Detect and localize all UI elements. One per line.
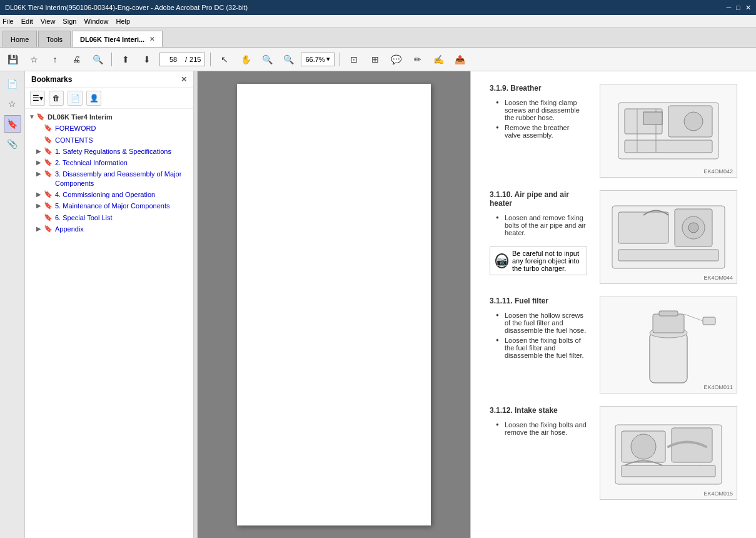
intake-image-label: EK4OM015: [703, 490, 733, 497]
bookmarks-tree: ▼ 🔖 DL06K Tier4 Interim 🔖 FOREWORD 🔖 CON…: [25, 109, 193, 538]
bookmarks-toolbar: ☰▾ 🗑 📄 👤: [25, 88, 193, 109]
zoom-dropdown-icon[interactable]: ▾: [326, 55, 330, 63]
bm-specialtools[interactable]: 🔖 6. Special Tool List: [25, 212, 193, 223]
intake-diagram: [606, 412, 731, 494]
bm-appendix-icon: 🔖: [44, 225, 53, 233]
next-page-btn[interactable]: ⬇: [138, 51, 156, 68]
page-number-input[interactable]: 58: [164, 56, 183, 63]
menu-help[interactable]: Help: [116, 18, 131, 25]
expand-foreword-icon: [36, 124, 44, 131]
bm-root-icon: 🔖: [36, 113, 45, 121]
bm-commissioning-icon: 🔖: [44, 190, 53, 198]
breather-bullet-1: Loosen the fixing clamp screws and disas…: [496, 98, 587, 123]
bm-new-btn[interactable]: 📄: [68, 91, 83, 106]
bm-appendix[interactable]: ▶ 🔖 Appendix: [25, 223, 193, 235]
svg-point-12: [688, 223, 698, 233]
bm-contents[interactable]: 🔖 CONTENTS: [25, 134, 193, 146]
breather-diagram: [606, 90, 731, 171]
bm-commissioning[interactable]: ▶ 🔖 4. Commissioning and Operation: [25, 189, 193, 200]
bookmarks-panel: Bookmarks ✕ ☰▾ 🗑 📄 👤 ▼ 🔖 DL06K Tier4 Int…: [25, 71, 194, 538]
bm-options-btn[interactable]: ☰▾: [30, 91, 45, 106]
zoom-in-btn[interactable]: 🔍: [280, 51, 297, 68]
tab-home[interactable]: Home: [3, 31, 37, 47]
menu-sign[interactable]: Sign: [63, 18, 76, 25]
fuelfilter-diagram: [606, 302, 731, 389]
side-icon-page[interactable]: 📄: [4, 75, 21, 93]
bm-disassembly-icon: 🔖: [44, 170, 53, 178]
zoom-control[interactable]: 66.7% ▾: [301, 53, 334, 66]
bm-techinfo[interactable]: ▶ 🔖 2. Technical Information: [25, 157, 193, 168]
side-icon-bookmark[interactable]: 🔖: [4, 115, 21, 133]
prev-page-btn[interactable]: ⬆: [117, 51, 134, 68]
bm-contents-label: CONTENTS: [55, 136, 93, 145]
save-btn[interactable]: 💾: [4, 51, 21, 68]
menu-edit[interactable]: Edit: [21, 18, 33, 25]
bookmark-add-btn[interactable]: ☆: [25, 51, 43, 68]
bm-root[interactable]: ▼ 🔖 DL06K Tier4 Interim: [25, 111, 193, 123]
menu-bar: File Edit View Sign Window Help: [0, 15, 756, 28]
bm-appendix-label: Appendix: [55, 225, 84, 233]
pen-btn[interactable]: ✏: [409, 51, 426, 68]
airpipe-image: EK4OM044: [600, 190, 737, 284]
bm-maintenance[interactable]: ▶ 🔖 5. Maintenance of Major Components: [25, 200, 193, 211]
page-sep: /: [185, 56, 187, 63]
share2-btn[interactable]: 📤: [451, 51, 469, 68]
tab-bar: Home Tools DL06K Tier4 Interi... ✕: [0, 28, 756, 48]
sign-btn[interactable]: ✍: [430, 51, 448, 68]
fit-page-btn[interactable]: ⊡: [345, 51, 363, 68]
bm-search-btn[interactable]: 👤: [86, 91, 101, 106]
bm-safety[interactable]: ▶ 🔖 1. Safety Regulations & Specificatio…: [25, 146, 193, 157]
expand-disassembly-icon: ▶: [36, 170, 44, 177]
share-btn[interactable]: ↑: [46, 51, 64, 68]
zoom-out-btn[interactable]: 🔍: [258, 51, 276, 68]
tab-document-label: DL06K Tier4 Interi...: [80, 36, 144, 43]
svg-line-19: [684, 314, 703, 321]
page-nav: 58 / 215: [159, 53, 205, 66]
menu-window[interactable]: Window: [84, 18, 108, 25]
expand-commissioning-icon: ▶: [36, 191, 44, 198]
bm-delete-btn[interactable]: 🗑: [49, 91, 64, 106]
hand-tool[interactable]: ✋: [237, 51, 255, 68]
comment-btn[interactable]: 💬: [388, 51, 405, 68]
breather-bullet-2: Remove the breather valve assembly.: [496, 123, 587, 140]
maximize-btn[interactable]: □: [736, 4, 740, 12]
fuelfilter-bullet-1: Loosen the hollow screws of the fuel fil…: [496, 310, 587, 335]
print-btn[interactable]: 🖨: [68, 51, 85, 68]
total-pages: 215: [189, 56, 201, 63]
bm-disassembly[interactable]: ▶ 🔖 3. Disassembly and Reassembly of Maj…: [25, 168, 193, 189]
close-btn[interactable]: ✕: [745, 4, 751, 12]
airpipe-text: 3.1.10. Air pipe and air heater Loosen a…: [490, 190, 587, 278]
sep2: [210, 53, 211, 66]
bm-safety-icon: 🔖: [44, 147, 53, 155]
intake-image: EK4OM015: [600, 406, 737, 500]
menu-file[interactable]: File: [3, 18, 14, 25]
cursor-tool[interactable]: ↖: [216, 51, 233, 68]
expand-appendix-icon: ▶: [36, 225, 44, 232]
svg-point-3: [684, 112, 703, 131]
section-fuelfilter: 3.1.11. Fuel filter Loosen the hollow sc…: [490, 297, 737, 393]
bookmarks-close-btn[interactable]: ✕: [181, 75, 187, 84]
svg-rect-23: [672, 428, 712, 462]
side-icon-attachment[interactable]: 📎: [4, 135, 21, 153]
minimize-btn[interactable]: ─: [727, 4, 732, 12]
bm-commissioning-label: 4. Commissioning and Operation: [55, 190, 155, 199]
bm-safety-label: 1. Safety Regulations & Specifications: [55, 147, 171, 156]
tab-tools[interactable]: Tools: [38, 31, 71, 47]
expand-contents-icon: [36, 136, 44, 143]
bm-maintenance-label: 5. Maintenance of Major Components: [55, 201, 169, 210]
title-text: DL06K Tier4 Interim(950106-00344)-Eng-co…: [5, 4, 248, 11]
sep3: [340, 53, 340, 66]
bm-disassembly-label: 3. Disassembly and Reassembly of Major C…: [55, 170, 189, 188]
tab-close-icon[interactable]: ✕: [149, 36, 154, 43]
menu-view[interactable]: View: [41, 18, 56, 25]
bm-foreword[interactable]: 🔖 FOREWORD: [25, 123, 193, 134]
fuelfilter-heading: 3.1.11. Fuel filter: [490, 297, 587, 305]
airpipe-bullets: Loosen and remove fixing bolts of the ai…: [496, 213, 587, 238]
scan-btn[interactable]: ⊞: [366, 51, 384, 68]
find-btn[interactable]: 🔍: [89, 51, 106, 68]
svg-rect-16: [653, 314, 684, 333]
svg-rect-18: [703, 317, 715, 325]
tab-document[interactable]: DL06K Tier4 Interi... ✕: [72, 31, 163, 47]
side-icon-star[interactable]: ☆: [4, 95, 21, 113]
fuelfilter-bullet-2: Loosen the fixing bolts of the fuel filt…: [496, 335, 587, 360]
